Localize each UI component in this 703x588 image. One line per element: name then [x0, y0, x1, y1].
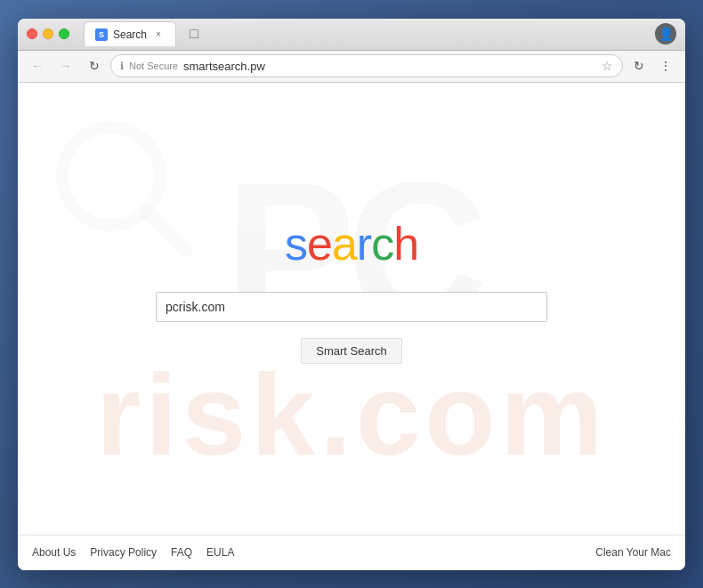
logo-letter-a: a	[332, 218, 357, 270]
nav-bar: ← → ↻ ℹ Not Secure smartsearch.pw ☆ ↻ ⋮	[18, 51, 685, 83]
new-tab-button[interactable]: □	[183, 23, 205, 44]
forward-button[interactable]: →	[53, 53, 78, 78]
not-secure-label: Not Secure	[129, 60, 178, 71]
search-input-container	[156, 292, 547, 322]
browser-menu-button[interactable]: ⋮	[653, 53, 678, 78]
logo-letter-r: r	[357, 218, 371, 270]
browser-tab[interactable]: S Search ×	[84, 21, 176, 46]
close-traffic-light[interactable]	[27, 28, 37, 39]
security-icon: ℹ	[120, 60, 124, 72]
footer-clean-mac-link[interactable]: Clean Your Mac	[595, 546, 671, 559]
page-content: PC risk.com search Smart Search About Us…	[18, 83, 685, 570]
maximize-traffic-light[interactable]	[59, 28, 69, 39]
logo-letter-c: c	[371, 218, 393, 270]
tab-close-button[interactable]: ×	[152, 28, 165, 41]
footer-faq-link[interactable]: FAQ	[171, 546, 192, 559]
logo-letter-s: s	[285, 218, 307, 270]
address-text[interactable]: smartsearch.pw	[183, 60, 596, 73]
nav-right-buttons: ↻ ⋮	[626, 53, 678, 78]
profile-icon[interactable]: 👤	[655, 23, 676, 44]
title-bar: S Search × □ 👤	[18, 19, 685, 51]
tab-title: Search	[113, 28, 147, 41]
logo-letter-e: e	[307, 218, 332, 270]
back-button[interactable]: ←	[25, 53, 50, 78]
page-footer: About Us Privacy Policy FAQ EULA Clean Y…	[18, 535, 685, 570]
footer-links: About Us Privacy Policy FAQ EULA	[32, 546, 234, 559]
logo-letter-h: h	[393, 218, 418, 270]
footer-eula-link[interactable]: EULA	[206, 546, 234, 559]
bookmark-icon[interactable]: ☆	[602, 59, 613, 73]
minimize-traffic-light[interactable]	[43, 28, 53, 39]
reload-button[interactable]: ↻	[82, 53, 107, 78]
traffic-lights	[27, 28, 69, 39]
footer-privacy-link[interactable]: Privacy Policy	[90, 546, 157, 559]
search-input[interactable]	[156, 292, 547, 322]
address-bar[interactable]: ℹ Not Secure smartsearch.pw ☆	[110, 54, 623, 77]
search-main: search Smart Search	[18, 83, 685, 535]
search-logo: search	[285, 217, 418, 270]
tab-favicon: S	[95, 28, 108, 41]
footer-about-link[interactable]: About Us	[32, 546, 76, 559]
smart-search-button[interactable]: Smart Search	[301, 338, 401, 364]
browser-window: S Search × □ 👤 ← → ↻ ℹ Not Secure smarts…	[18, 19, 685, 570]
browser-refresh-button[interactable]: ↻	[626, 53, 651, 78]
